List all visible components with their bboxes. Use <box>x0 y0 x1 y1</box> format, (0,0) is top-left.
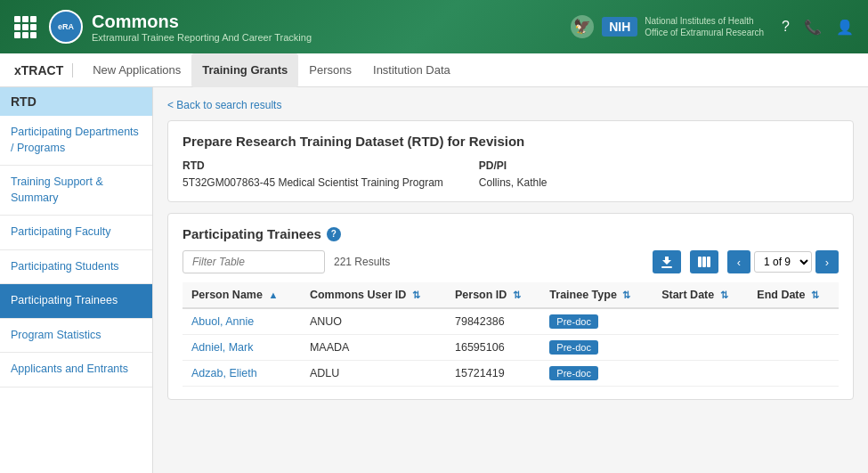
app-header: eRA Commons Extramural Trainee Reporting… <box>0 0 868 53</box>
nih-label: NIH <box>602 17 637 37</box>
cell-trainee-type: Pre-doc <box>540 308 653 335</box>
rtd-card: Prepare Research Training Dataset (RTD) … <box>167 120 854 202</box>
col-end-date[interactable]: End Date ⇅ <box>748 282 839 308</box>
col-commons-id[interactable]: Commons User ID ⇅ <box>301 282 446 308</box>
nav-brand: xTRACT <box>14 63 73 77</box>
results-count: 221 Results <box>334 256 644 268</box>
phone-icon[interactable]: 📞 <box>804 19 822 36</box>
trainees-table: Person Name ▲ Commons User ID ⇅ Person I… <box>183 282 839 387</box>
user-icon[interactable]: 👤 <box>836 19 854 36</box>
trainee-type-badge: Pre-doc <box>549 366 598 380</box>
help-icon[interactable]: ? <box>782 19 790 35</box>
sidebar-header: RTD <box>0 87 152 116</box>
download-icon <box>660 255 674 269</box>
sidebar-item-training-support[interactable]: Training Support & Summary <box>0 166 152 216</box>
sidebar: RTD Participating Departments / Programs… <box>0 87 153 473</box>
sort-icon-end: ⇅ <box>811 290 819 300</box>
svg-rect-4 <box>702 257 706 267</box>
trainees-help-icon[interactable]: ? <box>327 227 341 241</box>
pdpi-col: PD/PI Collins, Kathle <box>479 159 548 189</box>
nav-bar: xTRACT New Applications Training Grants … <box>0 53 868 87</box>
rtd-value: 5T32GM007863-45 Medical Scientist Traini… <box>183 176 443 189</box>
sort-icon-name: ▲ <box>268 290 278 300</box>
sidebar-item-students[interactable]: Participating Students <box>0 250 152 285</box>
sidebar-item-trainees[interactable]: Participating Trainees <box>0 284 152 319</box>
person-name-link[interactable]: Adniel, Mark <box>191 341 253 354</box>
sort-icon-pid: ⇅ <box>513 290 521 300</box>
person-name-link[interactable]: Adzab, Elieth <box>191 367 257 379</box>
nav-item-training-grants[interactable]: Training Grants <box>191 53 298 87</box>
cell-trainee-type: Pre-doc <box>540 361 653 387</box>
trainee-type-badge: Pre-doc <box>549 314 598 329</box>
table-header-row: Person Name ▲ Commons User ID ⇅ Person I… <box>183 282 839 308</box>
col-start-date[interactable]: Start Date ⇅ <box>653 282 748 308</box>
app-name: Commons <box>92 12 312 32</box>
back-link[interactable]: < Back to search results <box>167 99 281 111</box>
cell-start-date <box>653 308 748 335</box>
download-button[interactable] <box>653 250 681 273</box>
cell-end-date <box>748 308 839 335</box>
rtd-col: RTD 5T32GM007863-45 Medical Scientist Tr… <box>183 159 443 189</box>
col-person-id[interactable]: Person ID ⇅ <box>446 282 540 308</box>
cell-start-date <box>653 361 748 387</box>
cell-name: Abuol, Annie <box>183 308 301 335</box>
cell-commons-id: MAADA <box>301 335 446 361</box>
nav-item-new-applications[interactable]: New Applications <box>82 53 191 87</box>
sort-icon-commons: ⇅ <box>412 290 420 300</box>
cell-person-id: 79842386 <box>446 308 540 335</box>
cell-name: Adniel, Mark <box>183 335 301 361</box>
header-actions: ? 📞 👤 <box>782 19 854 36</box>
cell-person-id: 16595106 <box>446 335 540 361</box>
nav-item-persons[interactable]: Persons <box>298 53 362 87</box>
column-selector-button[interactable] <box>690 250 718 273</box>
rtd-card-title: Prepare Research Training Dataset (RTD) … <box>183 134 839 149</box>
sidebar-item-depts[interactable]: Participating Departments / Programs <box>0 116 152 166</box>
trainee-type-badge: Pre-doc <box>549 340 598 355</box>
cell-end-date <box>748 335 839 361</box>
table-row: Adzab, Elieth ADLU 15721419 Pre-doc <box>183 361 839 387</box>
next-page-button[interactable]: › <box>815 250 839 273</box>
cell-start-date <box>653 335 748 361</box>
header-title: Commons Extramural Trainee Reporting And… <box>92 12 312 43</box>
main-content: < Back to search results Prepare Researc… <box>153 87 868 473</box>
table-toolbar: 221 Results <box>183 250 839 273</box>
person-name-link[interactable]: Abuol, Annie <box>191 315 254 328</box>
app-subtitle: Extramural Trainee Reporting And Career … <box>92 32 312 43</box>
sidebar-item-applicants[interactable]: Applicants and Entrants <box>0 353 152 387</box>
trainees-card: Participating Trainees ? 221 Results <box>167 213 854 400</box>
sidebar-item-faculty[interactable]: Participating Faculty <box>0 216 152 250</box>
cell-commons-id: ANUO <box>301 308 446 335</box>
cell-trainee-type: Pre-doc <box>540 335 653 361</box>
filter-input[interactable] <box>183 250 325 273</box>
sidebar-item-statistics[interactable]: Program Statistics <box>0 319 152 354</box>
svg-rect-2 <box>661 266 672 268</box>
col-person-name[interactable]: Person Name ▲ <box>183 282 301 308</box>
pdpi-value: Collins, Kathle <box>479 176 548 189</box>
columns-icon <box>697 255 711 269</box>
page-select[interactable]: 1 of 9 <box>754 251 812 273</box>
table-row: Adniel, Mark MAADA 16595106 Pre-doc <box>183 335 839 361</box>
nih-subtitle: National Institutes of Health Office of … <box>645 15 764 38</box>
nav-item-institution-data[interactable]: Institution Data <box>362 53 461 87</box>
rtd-label: RTD <box>183 159 443 172</box>
svg-rect-3 <box>698 257 702 267</box>
pdpi-label: PD/PI <box>479 159 548 172</box>
pagination: ‹ 1 of 9 › <box>727 250 839 273</box>
prev-page-button[interactable]: ‹ <box>727 250 750 273</box>
trainees-section-title: Participating Trainees ? <box>183 226 839 241</box>
sort-icon-type: ⇅ <box>622 290 630 300</box>
cell-person-id: 15721419 <box>446 361 540 387</box>
svg-rect-5 <box>707 257 710 267</box>
header-logo-area: eRA Commons Extramural Trainee Reporting… <box>14 10 570 44</box>
svg-text:🦅: 🦅 <box>573 18 591 35</box>
sort-icon-start: ⇅ <box>720 290 728 300</box>
cell-name: Adzab, Elieth <box>183 361 301 387</box>
cell-end-date <box>748 361 839 387</box>
content-area: RTD Participating Departments / Programs… <box>0 87 868 473</box>
nih-badge: 🦅 NIH National Institutes of Health Offi… <box>570 14 764 39</box>
col-trainee-type[interactable]: Trainee Type ⇅ <box>540 282 653 308</box>
grid-icon[interactable] <box>14 16 37 38</box>
cell-commons-id: ADLU <box>301 361 446 387</box>
table-row: Abuol, Annie ANUO 79842386 Pre-doc <box>183 308 839 335</box>
rtd-info: RTD 5T32GM007863-45 Medical Scientist Tr… <box>183 159 839 189</box>
